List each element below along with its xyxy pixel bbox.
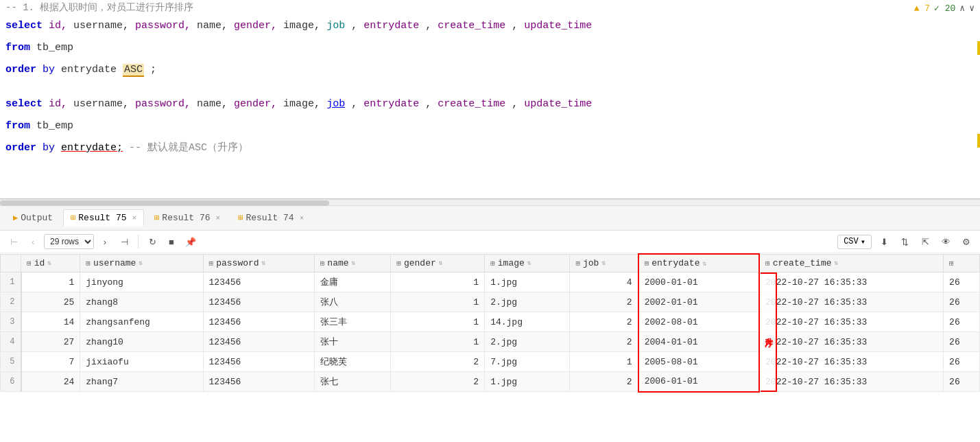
tab-output[interactable]: ▶ Output xyxy=(5,209,60,226)
bottom-panel: ▶ Output ⊞ Result 75 × ⊞ Result 76 × ⊞ R… xyxy=(0,206,980,442)
code-block-from-1: from tb_emp xyxy=(0,37,980,59)
rows-select[interactable]: 29 rows xyxy=(44,234,94,249)
cell-id: 27 xyxy=(21,332,80,352)
col-entrydate[interactable]: ⊞entrydate⇅ xyxy=(638,254,759,272)
cell-password: 123456 xyxy=(203,272,314,292)
result75-icon: ⊞ xyxy=(71,213,75,223)
cell-create-time: 2022-10-27 16:35:33 xyxy=(759,332,944,352)
cell-name: 张十 xyxy=(314,332,391,352)
refresh-btn[interactable]: ↻ xyxy=(144,233,160,250)
tab-result76-close[interactable]: × xyxy=(216,214,221,222)
tab-result76[interactable]: ⊞ Result 76 × xyxy=(147,209,228,226)
tab-result75[interactable]: ⊞ Result 75 × xyxy=(63,209,144,226)
cell-entrydate: 2002-08-01 xyxy=(638,312,759,332)
settings-btn[interactable]: ⚙ xyxy=(958,233,975,250)
cell-password: 123456 xyxy=(203,352,314,372)
cell-name: 张三丰 xyxy=(314,312,391,332)
cell-create-time: 2022-10-27 16:35:33 xyxy=(759,272,944,292)
tab-result74[interactable]: ⊞ Result 74 × xyxy=(230,209,311,226)
stop-btn[interactable]: ■ xyxy=(163,233,180,250)
result76-icon: ⊞ xyxy=(154,213,159,223)
code-block-1: select id, username, password, name, gen… xyxy=(0,15,980,37)
row-number: 5 xyxy=(1,352,21,372)
code-block-from-2: from tb_emp xyxy=(0,115,980,137)
cell-extra: 26 xyxy=(944,272,980,292)
cell-password: 123456 xyxy=(203,312,314,332)
first-page-btn[interactable]: ⊢ xyxy=(5,233,22,250)
csv-label: CSV xyxy=(844,237,859,246)
editor-status-bar: ▲ 7 ✓ 20 ∧ ∨ xyxy=(914,3,975,14)
horizontal-scrollbar[interactable] xyxy=(0,199,980,206)
col-username[interactable]: ⊞username⇅ xyxy=(80,254,203,272)
cell-extra: 26 xyxy=(944,352,980,372)
cell-id: 14 xyxy=(21,312,80,332)
cell-entrydate: 2000-01-01 xyxy=(638,272,759,292)
col-image[interactable]: ⊞image⇅ xyxy=(485,254,570,272)
col-password[interactable]: ⊞password⇅ xyxy=(203,254,314,272)
col-id[interactable]: ⊞id⇅ xyxy=(21,254,80,272)
col-gender[interactable]: ⊞gender⇅ xyxy=(391,254,485,272)
cell-username: zhang7 xyxy=(80,372,203,392)
view-btn[interactable]: 👁 xyxy=(937,233,954,250)
table-body: 11jinyong123456金庸11.jpg42000-01-012022-1… xyxy=(1,272,980,392)
cell-image: 7.jpg xyxy=(485,352,570,372)
ascending-label: 升序 xyxy=(761,272,777,392)
col-job[interactable]: ⊞job⇅ xyxy=(570,254,638,272)
cell-password: 123456 xyxy=(203,332,314,352)
tab-result76-label: Result 76 xyxy=(162,213,210,223)
col-create-time[interactable]: ⊞create_time⇅ xyxy=(759,254,944,272)
next-page-btn[interactable]: › xyxy=(97,233,113,250)
pin-btn[interactable]: 📌 xyxy=(182,233,199,250)
cell-extra: 26 xyxy=(944,372,980,392)
grid-toolbar: ⊢ ‹ 29 rows › ⊣ ↻ ■ 📌 CSV ▾ ⬇ ⇅ ⇱ 👁 ⚙ xyxy=(0,231,980,253)
row-number: 6 xyxy=(1,372,21,392)
cell-create-time: 2022-10-27 16:35:33 xyxy=(759,292,944,312)
tab-result74-close[interactable]: × xyxy=(300,214,304,222)
cell-job: 1 xyxy=(570,352,638,372)
warning-count: ▲ 7 xyxy=(914,3,930,14)
prev-page-btn[interactable]: ‹ xyxy=(25,233,41,250)
filter-btn[interactable]: ⇅ xyxy=(896,233,913,250)
right-toolbar: CSV ▾ ⬇ ⇅ ⇱ 👁 ⚙ xyxy=(837,233,975,250)
code-block-2: select id, username, password, name, gen… xyxy=(0,93,980,115)
cell-gender: 2 xyxy=(391,372,485,392)
last-page-btn[interactable]: ⊣ xyxy=(116,233,132,250)
cell-username: jixiaofu xyxy=(80,352,203,372)
cell-entrydate: 2006-01-01 xyxy=(638,372,759,392)
cell-password: 123456 xyxy=(203,372,314,392)
nav-down-btn[interactable]: ∨ xyxy=(969,3,975,14)
nav-up-btn[interactable]: ∧ xyxy=(959,3,965,14)
main-container: ▲ 7 ✓ 20 ∧ ∨ -- 1. 根据入职时间，对员工进行升序排序 sele… xyxy=(0,0,980,442)
cell-create-time: 2022-10-27 16:35:33 xyxy=(759,372,944,392)
tab-result74-label: Result 74 xyxy=(246,213,294,223)
row-number: 4 xyxy=(1,332,21,352)
cell-password: 123456 xyxy=(203,292,314,312)
cell-image: 1.jpg xyxy=(485,272,570,292)
cell-gender: 1 xyxy=(391,312,485,332)
cell-username: jinyong xyxy=(80,272,203,292)
tab-result75-label: Result 75 xyxy=(78,213,126,223)
check-count: ✓ 20 xyxy=(934,3,955,14)
editor-area: ▲ 7 ✓ 20 ∧ ∨ -- 1. 根据入职时间，对员工进行升序排序 sele… xyxy=(0,0,980,199)
expand-btn[interactable]: ⇱ xyxy=(917,233,933,250)
cell-job: 4 xyxy=(570,272,638,292)
tab-result75-close[interactable]: × xyxy=(132,214,137,222)
table-row: 314zhangsanfeng123456张三丰114.jpg22002-08-… xyxy=(1,312,980,332)
cell-gender: 1 xyxy=(391,272,485,292)
csv-export-btn[interactable]: CSV ▾ xyxy=(837,235,872,249)
cell-username: zhang8 xyxy=(80,292,203,312)
cell-gender: 2 xyxy=(391,352,485,372)
table-header-row: ⊞id⇅ ⊞username⇅ ⊞password⇅ ⊞name⇅ ⊞gende xyxy=(1,254,980,272)
scrollbar-thumb[interactable] xyxy=(0,200,329,206)
output-icon: ▶ xyxy=(13,213,18,223)
result74-icon: ⊞ xyxy=(238,213,243,223)
cell-id: 7 xyxy=(21,352,80,372)
table-row: 57jixiaofu123456纪晓芙27.jpg12005-08-012022… xyxy=(1,352,980,372)
table-row: 11jinyong123456金庸11.jpg42000-01-012022-1… xyxy=(1,272,980,292)
cell-create-time: 2022-10-27 16:35:33 xyxy=(759,312,944,332)
col-name[interactable]: ⊞name⇅ xyxy=(314,254,391,272)
grid-area[interactable]: ⊞id⇅ ⊞username⇅ ⊞password⇅ ⊞name⇅ ⊞gende xyxy=(0,253,980,442)
col-extra[interactable]: ⊞ xyxy=(944,254,980,272)
cell-image: 2.jpg xyxy=(485,292,570,312)
download-btn[interactable]: ⬇ xyxy=(876,233,892,250)
